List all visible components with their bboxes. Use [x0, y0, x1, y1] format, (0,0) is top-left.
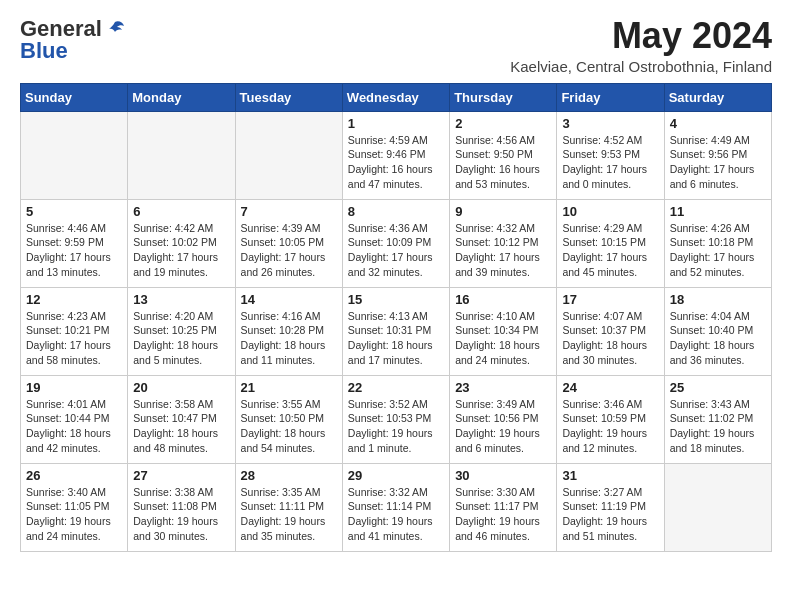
- day-detail: Sunrise: 4:49 AMSunset: 9:56 PMDaylight:…: [670, 133, 766, 192]
- calendar-cell: 4Sunrise: 4:49 AMSunset: 9:56 PMDaylight…: [664, 111, 771, 199]
- day-detail: Sunrise: 4:01 AMSunset: 10:44 PMDaylight…: [26, 397, 122, 456]
- day-number: 6: [133, 204, 229, 219]
- day-number: 18: [670, 292, 766, 307]
- day-detail: Sunrise: 4:52 AMSunset: 9:53 PMDaylight:…: [562, 133, 658, 192]
- calendar-cell: 23Sunrise: 3:49 AMSunset: 10:56 PMDaylig…: [450, 375, 557, 463]
- day-detail: Sunrise: 3:55 AMSunset: 10:50 PMDaylight…: [241, 397, 337, 456]
- calendar-cell: [128, 111, 235, 199]
- day-number: 21: [241, 380, 337, 395]
- subtitle: Kaelviae, Central Ostrobothnia, Finland: [510, 58, 772, 75]
- calendar-cell: 18Sunrise: 4:04 AMSunset: 10:40 PMDaylig…: [664, 287, 771, 375]
- calendar-cell: 21Sunrise: 3:55 AMSunset: 10:50 PMDaylig…: [235, 375, 342, 463]
- page: General Blue May 2024 Kaelviae, Central …: [0, 0, 792, 572]
- main-title: May 2024: [510, 16, 772, 56]
- calendar-cell: 1Sunrise: 4:59 AMSunset: 9:46 PMDaylight…: [342, 111, 449, 199]
- col-saturday: Saturday: [664, 83, 771, 111]
- day-detail: Sunrise: 4:10 AMSunset: 10:34 PMDaylight…: [455, 309, 551, 368]
- col-monday: Monday: [128, 83, 235, 111]
- day-detail: Sunrise: 3:38 AMSunset: 11:08 PMDaylight…: [133, 485, 229, 544]
- calendar-cell: 6Sunrise: 4:42 AMSunset: 10:02 PMDayligh…: [128, 199, 235, 287]
- calendar-week-row: 26Sunrise: 3:40 AMSunset: 11:05 PMDaylig…: [21, 463, 772, 551]
- day-number: 26: [26, 468, 122, 483]
- day-detail: Sunrise: 3:43 AMSunset: 11:02 PMDaylight…: [670, 397, 766, 456]
- calendar-cell: 24Sunrise: 3:46 AMSunset: 10:59 PMDaylig…: [557, 375, 664, 463]
- calendar-cell: 12Sunrise: 4:23 AMSunset: 10:21 PMDaylig…: [21, 287, 128, 375]
- day-detail: Sunrise: 4:16 AMSunset: 10:28 PMDaylight…: [241, 309, 337, 368]
- calendar-week-row: 12Sunrise: 4:23 AMSunset: 10:21 PMDaylig…: [21, 287, 772, 375]
- day-number: 4: [670, 116, 766, 131]
- calendar-cell: 17Sunrise: 4:07 AMSunset: 10:37 PMDaylig…: [557, 287, 664, 375]
- calendar-cell: 14Sunrise: 4:16 AMSunset: 10:28 PMDaylig…: [235, 287, 342, 375]
- day-detail: Sunrise: 4:46 AMSunset: 9:59 PMDaylight:…: [26, 221, 122, 280]
- day-detail: Sunrise: 4:36 AMSunset: 10:09 PMDaylight…: [348, 221, 444, 280]
- header: General Blue May 2024 Kaelviae, Central …: [20, 16, 772, 75]
- day-number: 24: [562, 380, 658, 395]
- calendar-cell: 25Sunrise: 3:43 AMSunset: 11:02 PMDaylig…: [664, 375, 771, 463]
- day-detail: Sunrise: 3:30 AMSunset: 11:17 PMDaylight…: [455, 485, 551, 544]
- day-detail: Sunrise: 4:29 AMSunset: 10:15 PMDaylight…: [562, 221, 658, 280]
- title-area: May 2024 Kaelviae, Central Ostrobothnia,…: [510, 16, 772, 75]
- day-number: 8: [348, 204, 444, 219]
- calendar-cell: [21, 111, 128, 199]
- day-number: 13: [133, 292, 229, 307]
- calendar-week-row: 5Sunrise: 4:46 AMSunset: 9:59 PMDaylight…: [21, 199, 772, 287]
- day-number: 23: [455, 380, 551, 395]
- day-number: 27: [133, 468, 229, 483]
- logo-blue-text: Blue: [20, 38, 68, 64]
- calendar-cell: 22Sunrise: 3:52 AMSunset: 10:53 PMDaylig…: [342, 375, 449, 463]
- calendar-cell: [235, 111, 342, 199]
- calendar-cell: 27Sunrise: 3:38 AMSunset: 11:08 PMDaylig…: [128, 463, 235, 551]
- calendar-week-row: 19Sunrise: 4:01 AMSunset: 10:44 PMDaylig…: [21, 375, 772, 463]
- day-detail: Sunrise: 3:49 AMSunset: 10:56 PMDaylight…: [455, 397, 551, 456]
- col-wednesday: Wednesday: [342, 83, 449, 111]
- day-detail: Sunrise: 4:04 AMSunset: 10:40 PMDaylight…: [670, 309, 766, 368]
- day-detail: Sunrise: 4:07 AMSunset: 10:37 PMDaylight…: [562, 309, 658, 368]
- calendar-cell: 28Sunrise: 3:35 AMSunset: 11:11 PMDaylig…: [235, 463, 342, 551]
- day-detail: Sunrise: 3:32 AMSunset: 11:14 PMDaylight…: [348, 485, 444, 544]
- calendar-week-row: 1Sunrise: 4:59 AMSunset: 9:46 PMDaylight…: [21, 111, 772, 199]
- day-number: 12: [26, 292, 122, 307]
- day-number: 22: [348, 380, 444, 395]
- day-number: 19: [26, 380, 122, 395]
- col-tuesday: Tuesday: [235, 83, 342, 111]
- calendar-cell: 26Sunrise: 3:40 AMSunset: 11:05 PMDaylig…: [21, 463, 128, 551]
- calendar-cell: 5Sunrise: 4:46 AMSunset: 9:59 PMDaylight…: [21, 199, 128, 287]
- day-detail: Sunrise: 3:46 AMSunset: 10:59 PMDaylight…: [562, 397, 658, 456]
- day-detail: Sunrise: 4:32 AMSunset: 10:12 PMDaylight…: [455, 221, 551, 280]
- day-detail: Sunrise: 4:20 AMSunset: 10:25 PMDaylight…: [133, 309, 229, 368]
- calendar-header-row: Sunday Monday Tuesday Wednesday Thursday…: [21, 83, 772, 111]
- calendar-cell: 11Sunrise: 4:26 AMSunset: 10:18 PMDaylig…: [664, 199, 771, 287]
- calendar-cell: 3Sunrise: 4:52 AMSunset: 9:53 PMDaylight…: [557, 111, 664, 199]
- day-number: 17: [562, 292, 658, 307]
- day-number: 15: [348, 292, 444, 307]
- day-detail: Sunrise: 4:42 AMSunset: 10:02 PMDaylight…: [133, 221, 229, 280]
- day-detail: Sunrise: 3:40 AMSunset: 11:05 PMDaylight…: [26, 485, 122, 544]
- day-number: 20: [133, 380, 229, 395]
- day-number: 1: [348, 116, 444, 131]
- calendar-cell: 9Sunrise: 4:32 AMSunset: 10:12 PMDayligh…: [450, 199, 557, 287]
- calendar-cell: 15Sunrise: 4:13 AMSunset: 10:31 PMDaylig…: [342, 287, 449, 375]
- day-number: 5: [26, 204, 122, 219]
- calendar-table: Sunday Monday Tuesday Wednesday Thursday…: [20, 83, 772, 552]
- day-detail: Sunrise: 4:26 AMSunset: 10:18 PMDaylight…: [670, 221, 766, 280]
- calendar-cell: 16Sunrise: 4:10 AMSunset: 10:34 PMDaylig…: [450, 287, 557, 375]
- day-detail: Sunrise: 4:13 AMSunset: 10:31 PMDaylight…: [348, 309, 444, 368]
- col-thursday: Thursday: [450, 83, 557, 111]
- day-detail: Sunrise: 3:52 AMSunset: 10:53 PMDaylight…: [348, 397, 444, 456]
- day-number: 10: [562, 204, 658, 219]
- calendar-cell: 13Sunrise: 4:20 AMSunset: 10:25 PMDaylig…: [128, 287, 235, 375]
- logo-area: General Blue: [20, 16, 126, 64]
- day-number: 25: [670, 380, 766, 395]
- day-number: 7: [241, 204, 337, 219]
- day-detail: Sunrise: 4:23 AMSunset: 10:21 PMDaylight…: [26, 309, 122, 368]
- day-detail: Sunrise: 3:27 AMSunset: 11:19 PMDaylight…: [562, 485, 658, 544]
- day-detail: Sunrise: 4:39 AMSunset: 10:05 PMDaylight…: [241, 221, 337, 280]
- calendar-cell: 30Sunrise: 3:30 AMSunset: 11:17 PMDaylig…: [450, 463, 557, 551]
- calendar-cell: 8Sunrise: 4:36 AMSunset: 10:09 PMDayligh…: [342, 199, 449, 287]
- day-number: 3: [562, 116, 658, 131]
- day-number: 11: [670, 204, 766, 219]
- day-number: 29: [348, 468, 444, 483]
- calendar-cell: 20Sunrise: 3:58 AMSunset: 10:47 PMDaylig…: [128, 375, 235, 463]
- col-sunday: Sunday: [21, 83, 128, 111]
- calendar-cell: 29Sunrise: 3:32 AMSunset: 11:14 PMDaylig…: [342, 463, 449, 551]
